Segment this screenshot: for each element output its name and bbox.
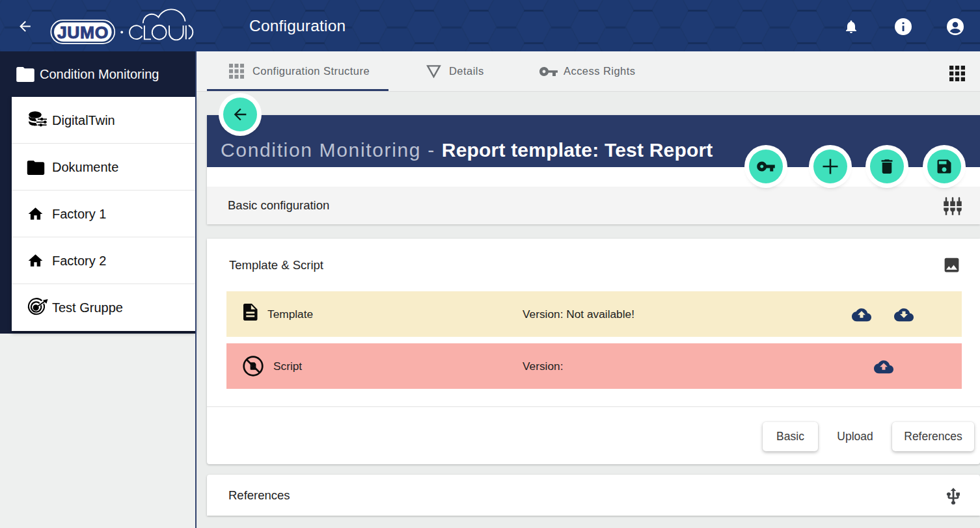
- svg-text:JUMO: JUMO: [57, 23, 109, 42]
